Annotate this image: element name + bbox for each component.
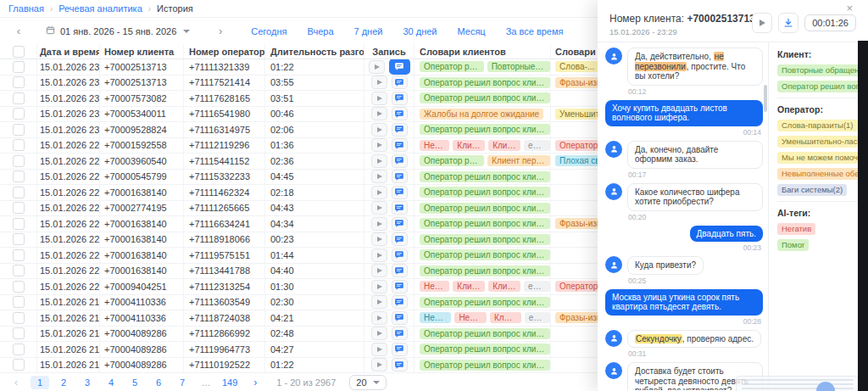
play-recording-button[interactable] xyxy=(371,264,387,277)
page-prev-button[interactable]: ‹ xyxy=(7,376,25,389)
open-transcript-button[interactable] xyxy=(392,138,408,152)
play-recording-button[interactable] xyxy=(371,138,387,152)
download-recording-button[interactable] xyxy=(778,13,798,33)
open-transcript-button[interactable] xyxy=(392,358,408,371)
page-button-3[interactable]: 3 xyxy=(78,376,97,389)
column-header-datetime[interactable]: Дата и время▾ xyxy=(37,44,100,59)
row-checkbox[interactable] xyxy=(13,202,25,214)
row-select-cell xyxy=(0,138,37,154)
play-recording-button[interactable] xyxy=(371,92,387,105)
row-checkbox[interactable] xyxy=(13,344,25,355)
play-recording-button[interactable] xyxy=(371,249,387,262)
open-transcript-button[interactable] xyxy=(392,264,408,277)
play-recording-button[interactable] xyxy=(371,186,387,199)
open-transcript-button[interactable] xyxy=(392,295,408,309)
play-recording-button[interactable] xyxy=(371,295,387,309)
play-recording-button[interactable] xyxy=(371,107,387,120)
row-checkbox[interactable] xyxy=(13,265,25,276)
play-recording-button[interactable] xyxy=(371,123,387,137)
page-button-1[interactable]: 1 xyxy=(31,376,49,389)
tags-sidebar: Клиент:Повторные обращения(1)Оператор ре… xyxy=(768,42,868,390)
page-button-7[interactable]: 7 xyxy=(173,376,192,389)
open-transcript-button[interactable] xyxy=(392,186,408,199)
play-recording-button[interactable] xyxy=(371,343,387,356)
more-tags-badge[interactable]: еще 3 xyxy=(524,140,550,151)
play-recording-button[interactable] xyxy=(371,311,387,325)
open-transcript-button[interactable] xyxy=(392,217,408,231)
date-next-button[interactable]: › xyxy=(210,25,231,37)
more-tags-badge[interactable]: еще 3 xyxy=(524,281,550,292)
panel-body: Да, действительно, не перезвонили, прост… xyxy=(598,42,868,390)
open-transcript-button[interactable] xyxy=(392,327,408,340)
download-icon xyxy=(783,18,793,28)
open-transcript-button[interactable] xyxy=(392,107,408,120)
breadcrumb-item-2[interactable]: Речевая аналитика xyxy=(58,3,142,14)
dictionary-tag: Повторные обра... xyxy=(487,61,550,72)
row-checkbox[interactable] xyxy=(13,76,25,88)
close-icon[interactable]: × xyxy=(846,2,853,14)
row-checkbox[interactable] xyxy=(13,170,25,182)
row-checkbox[interactable] xyxy=(13,92,25,104)
play-recording-button[interactable] xyxy=(371,75,387,89)
calendar-icon xyxy=(46,25,55,36)
quick-filter-Месяц[interactable]: Месяц xyxy=(458,26,486,36)
cell-duration: 01:44 xyxy=(265,248,364,263)
row-checkbox[interactable] xyxy=(13,296,25,308)
quick-filter-Вчера[interactable]: Вчера xyxy=(307,26,333,36)
page-button-6[interactable]: 6 xyxy=(149,376,168,389)
breadcrumb-item-1[interactable]: Главная xyxy=(8,3,44,14)
date-prev-button[interactable]: ‹ xyxy=(8,25,29,37)
client-number-value: +70002513713 xyxy=(687,13,754,25)
more-tags-badge[interactable]: еще 2 xyxy=(525,312,550,323)
open-transcript-button[interactable] xyxy=(389,59,410,75)
play-recording-button[interactable] xyxy=(371,327,387,340)
quick-filter-Сегодня[interactable]: Сегодня xyxy=(251,26,287,36)
quick-filter-7 дней[interactable]: 7 дней xyxy=(354,26,383,36)
quick-filter-За все время[interactable]: За все время xyxy=(506,26,564,36)
row-checkbox[interactable] xyxy=(13,249,25,261)
open-transcript-button[interactable] xyxy=(392,92,408,105)
page-button-5[interactable]: 5 xyxy=(125,376,144,389)
row-checkbox[interactable] xyxy=(13,359,25,371)
play-recording-button[interactable] xyxy=(371,232,387,246)
row-checkbox[interactable] xyxy=(13,108,25,120)
open-transcript-button[interactable] xyxy=(392,311,408,325)
select-all-checkbox[interactable] xyxy=(13,46,25,58)
row-checkbox[interactable] xyxy=(13,327,25,339)
row-checkbox[interactable] xyxy=(13,187,25,198)
play-recording-button[interactable] xyxy=(371,217,387,231)
row-checkbox[interactable] xyxy=(13,312,25,324)
page-next-button[interactable]: › xyxy=(246,376,264,389)
play-recording-button[interactable] xyxy=(371,358,387,371)
play-recording-button[interactable] xyxy=(371,154,387,168)
row-checkbox[interactable] xyxy=(13,281,25,293)
date-range-picker[interactable]: 01 янв. 2026 - 15 янв. 2026 xyxy=(46,25,190,36)
row-checkbox[interactable] xyxy=(13,61,25,73)
cell-client-number: +70004089286 xyxy=(100,342,184,357)
play-recording-button[interactable] xyxy=(752,13,772,33)
open-transcript-button[interactable] xyxy=(392,154,408,168)
row-checkbox[interactable] xyxy=(13,139,25,151)
quick-filter-30 дней[interactable]: 30 дней xyxy=(403,26,437,36)
open-transcript-button[interactable] xyxy=(392,249,408,262)
open-transcript-button[interactable] xyxy=(392,280,408,293)
row-checkbox[interactable] xyxy=(13,124,25,136)
page-button-149[interactable]: 149 xyxy=(220,376,239,389)
play-recording-button[interactable] xyxy=(371,201,387,215)
play-recording-button[interactable] xyxy=(371,280,387,293)
page-size-select[interactable]: 20 xyxy=(349,375,386,390)
open-transcript-button[interactable] xyxy=(392,170,408,183)
row-checkbox[interactable] xyxy=(13,218,25,230)
page-button-4[interactable]: 4 xyxy=(102,376,120,389)
row-checkbox[interactable] xyxy=(13,155,25,167)
open-transcript-button[interactable] xyxy=(392,232,408,246)
open-transcript-button[interactable] xyxy=(392,123,408,137)
row-checkbox[interactable] xyxy=(13,233,25,245)
play-recording-button[interactable] xyxy=(371,170,387,183)
play-recording-button[interactable] xyxy=(369,60,385,74)
page-button-2[interactable]: 2 xyxy=(54,376,73,389)
chat-scrollbar[interactable] xyxy=(764,85,767,112)
open-transcript-button[interactable] xyxy=(392,343,408,356)
open-transcript-button[interactable] xyxy=(392,75,408,89)
open-transcript-button[interactable] xyxy=(392,201,408,215)
